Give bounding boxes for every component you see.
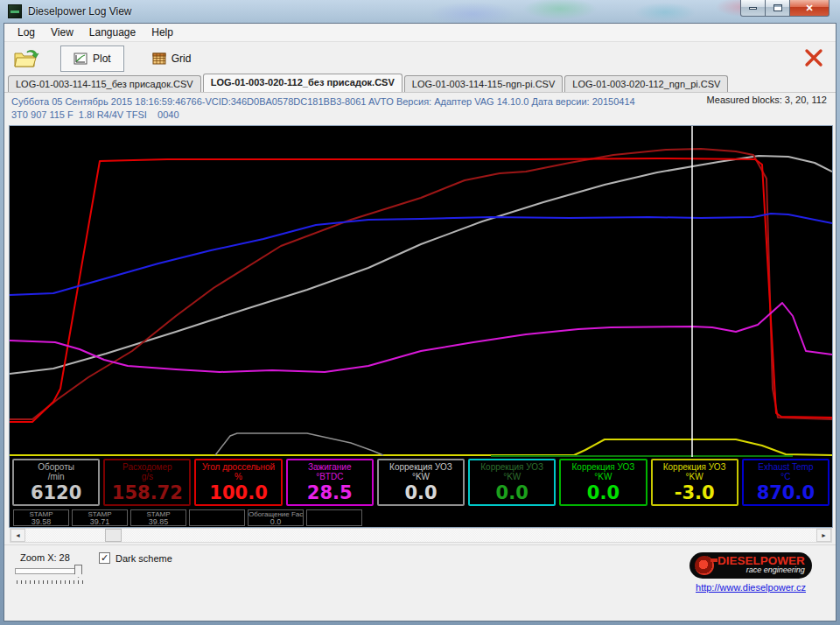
menu-view[interactable]: View [43,25,81,40]
open-file-button[interactable] [11,46,41,72]
app-icon [8,4,22,18]
log-info: Суббота 05 Сентябрь 2015 18:16:59:46766-… [4,93,836,126]
minimize-icon [749,7,757,10]
plot-icon [74,53,88,65]
grid-icon [152,53,166,65]
panel-ignition: Зажигание °BTDC 28.5 [286,459,374,506]
zoom-slider-track[interactable] [15,568,74,574]
menu-language[interactable]: Language [81,25,144,40]
close-icon: ✕ [805,3,813,14]
dieselpower-link[interactable]: http://www.dieselpower.cz [690,582,812,593]
measured-blocks-label: Measured blocks: 3, 20, 112 [707,95,827,105]
dark-scheme-checkbox[interactable]: ✓ [99,552,110,564]
stamp-3: STAMP 39.85 [130,509,186,526]
window-title: Dieselpower Log View [28,5,132,18]
correction-1-value: 0.0 [379,481,463,504]
tab-log-114-115-bez[interactable]: LOG-01-003-114-115_без присадок.CSV [8,75,201,92]
panel-correction-4: Коррекция УОЗ °KW -3.0 [651,459,738,506]
plot-svg[interactable] [10,126,832,457]
tab-strip: LOG-01-003-114-115_без присадок.CSV LOG-… [4,74,836,93]
zoom-slider-thumb[interactable] [74,565,82,578]
footer-bar: Zoom X: 28 ✓ Dark scheme DIESELPOWER rac… [4,544,836,621]
scroll-left-button[interactable]: ◄ [10,529,25,542]
ignition-value: 28.5 [288,481,372,504]
tab-log-020-112-bez[interactable]: LOG-01-003-020-112_без присадок.CSV [203,74,402,92]
panel-throttle: Угол дроссельной % 100.0 [194,459,282,506]
maximize-button[interactable] [766,0,789,17]
scroll-left-icon: ◄ [15,532,21,538]
close-log-button[interactable] [801,45,827,71]
logo-brand-text: DIESELPOWER [718,556,805,565]
open-folder-icon [13,48,39,69]
dark-scheme-option[interactable]: ✓ Dark scheme [99,552,172,564]
correction-2-value: 0.0 [470,481,554,504]
enrichment-factor-box: Обогащение Fact. 0.0 [248,509,304,526]
scrollbar-thumb[interactable] [105,529,122,542]
panel-rpm: Обороты /min 6120 [12,459,100,506]
throttle-value: 100.0 [196,481,280,504]
panel-maf: Расходомер g/s 158.72 [103,459,191,506]
maximize-icon [774,4,782,11]
minimize-button[interactable] [740,0,766,17]
stamp-1: STAMP 39.58 [13,509,69,526]
dark-scheme-label: Dark scheme [116,553,172,564]
maf-value: 158.72 [105,481,189,504]
value-panel-row: Обороты /min 6120 Расходомер g/s 158.72 … [12,459,830,506]
dieselpower-logo: DIESELPOWER race engineering [690,552,812,579]
horizontal-scrollbar[interactable]: ◄ ► [10,528,832,543]
title-bar: Dieselpower Log View ✕ [0,0,840,23]
app-window: Dieselpower Log View ✕ Log View Language… [0,0,840,625]
rpm-value: 6120 [14,481,98,504]
tab-log-020-112-ngn-pi[interactable]: LOG-01-003-020-112_ngn_pi.CSV [564,75,728,92]
correction-4-value: -3.0 [653,481,737,504]
red-x-icon [803,47,824,68]
stamp-6-empty [306,509,362,526]
log-header-line: Суббота 05 Сентябрь 2015 18:16:59:46766-… [11,96,635,107]
correction-3-value: 0.0 [561,481,645,504]
scroll-right-button[interactable]: ► [816,529,831,542]
close-button[interactable]: ✕ [789,0,830,17]
stamp-4-empty [189,509,245,526]
menu-help[interactable]: Help [144,25,181,40]
panel-exhaust-temp: Exhaust Temp °C 870.0 [742,459,830,506]
ecu-id-line: 3T0 907 115 F 1.8l R4/4V TFSI 0040 [11,109,179,120]
plot-region: Обороты /min 6120 Расходомер g/s 158.72 … [10,126,832,527]
tab-log-114-115-ngn-pi[interactable]: LOG-01-003-114-115-ngn-pi.CSV [404,75,563,92]
panel-correction-3: Коррекция УОЗ °KW 0.0 [559,459,647,506]
menu-bar: Log View Language Help [4,24,836,42]
turbo-icon [695,556,714,575]
stamp-row: STAMP 39.58 STAMP 39.71 STAMP 39.85 Обог… [13,509,362,526]
grid-toggle-button[interactable]: Grid [140,46,204,72]
panel-correction-1: Коррекция УОЗ °KW 0.0 [377,459,465,506]
menu-log[interactable]: Log [10,25,43,40]
plot-button-label: Plot [93,53,111,65]
stamp-2: STAMP 39.71 [72,509,128,526]
panel-correction-2: Коррекция УОЗ °KW 0.0 [468,459,556,506]
exhaust-temp-value: 870.0 [744,481,828,504]
scroll-right-icon: ► [821,532,827,538]
plot-toggle-button[interactable]: Plot [60,46,124,72]
zoom-slider-ticks [17,580,83,584]
toolbar: Plot Grid [4,42,836,74]
zoom-x-label: Zoom X: 28 [20,552,70,563]
client-area: Log View Language Help Plot [4,23,836,621]
grid-button-label: Grid [172,53,192,65]
